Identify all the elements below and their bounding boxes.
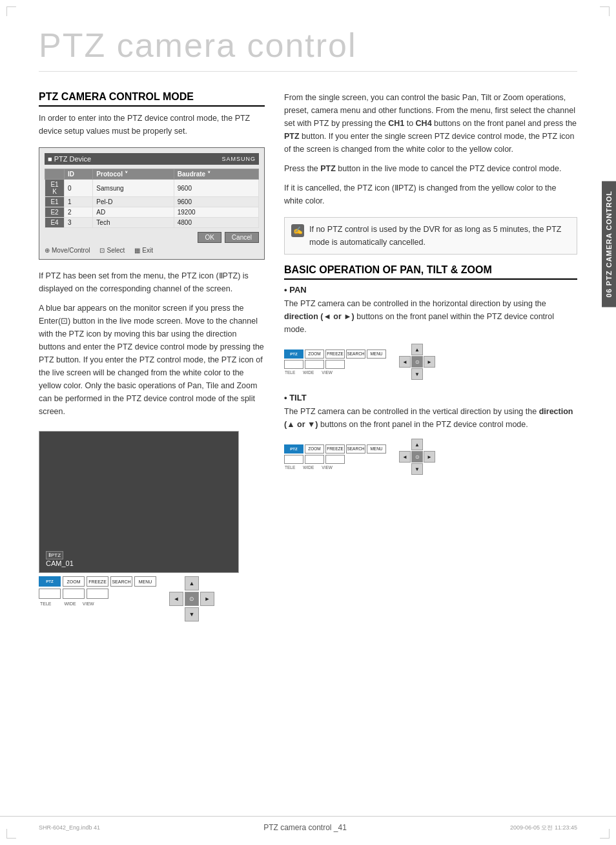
right-intro-para2: Press the PTZ button in the live mode to… — [284, 162, 577, 175]
control-panel: PTZ ZOOM FREEZE SEARCH MENU TELE WIDE — [39, 576, 265, 621]
left-para2: If PTZ has been set from the menu, the P… — [39, 269, 265, 295]
tilt-search-btn[interactable]: SEARCH — [346, 444, 365, 454]
pan-dir-center[interactable]: ⊙ — [411, 356, 423, 368]
dir-up-button[interactable]: ▲ — [185, 576, 199, 590]
wide-button[interactable] — [63, 589, 85, 599]
row-label-2: E2 — [45, 207, 65, 218]
tilt-dir-center[interactable]: ⊙ — [411, 451, 423, 463]
col-header-id: ID — [65, 169, 93, 180]
pan-description: The PTZ camera can be controlled in the … — [284, 297, 577, 336]
ptz-button[interactable]: PTZ — [39, 576, 61, 587]
left-column: PTZ CAMERA CONTROL MODE In order to ente… — [39, 91, 265, 621]
content-wrapper: PTZ CAMERA CONTROL MODE In order to ente… — [39, 91, 577, 621]
view-label: VIEW — [83, 601, 94, 606]
footer-exit-label: Exit — [142, 247, 153, 254]
pan-dir-empty-bl — [399, 368, 411, 380]
ptz-device-table-container: ■ PTZ Device SAMSUNG ID Protocol ˅ Baudr… — [39, 147, 265, 260]
tilt-freeze-btn[interactable]: FREEZE — [325, 444, 345, 454]
wide-label: WIDE — [65, 601, 76, 606]
row-id-1: 1 — [65, 197, 93, 207]
tilt-label: TILT — [284, 393, 577, 402]
tilt-menu-btn[interactable]: MENU — [367, 444, 386, 454]
dir-empty-tl — [169, 576, 183, 590]
pan-freeze-btn[interactable]: FREEZE — [325, 349, 345, 359]
pan-zoom-btn[interactable]: ZOOM — [305, 349, 324, 359]
pan-section: PAN The PTZ camera can be controlled in … — [284, 285, 577, 380]
pan-tele-btn[interactable] — [284, 360, 303, 369]
table-row: E2 2 AD 19200 — [45, 207, 259, 218]
col-header-baudrate: Baudrate ˅ — [174, 169, 258, 180]
right-intro-para1: From the single screen, you can control … — [284, 91, 577, 156]
tilt-view-btn[interactable] — [325, 455, 345, 464]
menu-icon: ▦ — [134, 247, 140, 254]
row-baudrate-3: 4800 — [174, 218, 258, 228]
page-container: 06 PTZ CAMERA CONTROL PTZ camera control… — [0, 0, 616, 845]
right-column: From the single screen, you can control … — [284, 91, 577, 621]
tilt-control-diagram: PTZ ZOOM FREEZE SEARCH MENU TELE — [284, 439, 577, 475]
footer-move-label: Move/Control — [52, 247, 90, 254]
row-label-3: E4 — [45, 218, 65, 228]
footer-select-label: Select — [107, 247, 125, 254]
row-baudrate-2: 19200 — [174, 207, 258, 218]
tilt-dir-down[interactable]: ▼ — [411, 463, 423, 475]
page-footer: SHR-6042_Eng.indb 41 PTZ camera control … — [0, 816, 616, 832]
pan-view-btn[interactable] — [325, 360, 345, 369]
dir-empty-tr — [200, 576, 214, 590]
dir-empty-br — [200, 607, 214, 621]
pan-dir-empty-br — [424, 368, 435, 380]
corner-mark-tl — [6, 6, 16, 16]
tilt-ptz-btn[interactable]: PTZ — [284, 444, 303, 454]
samsung-logo: SAMSUNG — [221, 156, 256, 162]
pan-dir-left[interactable]: ◄ — [399, 356, 411, 368]
dir-down-button[interactable]: ▼ — [185, 607, 199, 621]
dir-right-button[interactable]: ► — [200, 592, 214, 606]
btn-labels: TELE WIDE VIEW — [39, 601, 156, 606]
footer-move: ⊕ Move/Control — [45, 247, 90, 254]
left-para1: In order to enter into the PTZ device co… — [39, 112, 265, 138]
btn-row-top: PTZ ZOOM FREEZE SEARCH MENU — [39, 576, 156, 587]
tilt-tele-btn[interactable] — [284, 455, 303, 464]
pan-wide-btn[interactable] — [305, 360, 324, 369]
dir-empty-bl — [169, 607, 183, 621]
view-button[interactable] — [87, 589, 108, 599]
tilt-dir-empty-tr — [424, 439, 435, 450]
tilt-wide-btn[interactable] — [305, 455, 324, 464]
pan-dir-empty-tl — [399, 344, 411, 355]
pan-dir-empty-tr — [424, 344, 435, 355]
pan-search-btn[interactable]: SEARCH — [346, 349, 365, 359]
ok-button[interactable]: OK — [198, 232, 221, 243]
dir-left-button[interactable]: ◄ — [169, 592, 183, 606]
pan-dir-right[interactable]: ► — [424, 356, 435, 368]
pan-dir-down[interactable]: ▼ — [411, 368, 423, 380]
tele-button[interactable] — [39, 589, 61, 599]
right-intro-para3: If it is cancelled, the PTZ icon (ⅡPTZ) … — [284, 182, 577, 207]
pan-ptz-btn[interactable]: PTZ — [284, 349, 303, 359]
tilt-dir-left[interactable]: ◄ — [399, 451, 411, 463]
table-row: E4 3 Tech 4800 — [45, 218, 259, 228]
cancel-button[interactable]: Cancel — [225, 232, 259, 243]
menu-button[interactable]: MENU — [134, 576, 156, 587]
row-id-3: 3 — [65, 218, 93, 228]
freeze-button[interactable]: FREEZE — [87, 576, 108, 587]
footer-left: SHR-6042_Eng.indb 41 — [39, 824, 100, 831]
zoom-button[interactable]: ZOOM — [63, 576, 85, 587]
tilt-description: The PTZ camera can be controlled in the … — [284, 405, 577, 431]
col-header-empty — [45, 169, 65, 180]
tilt-dir-right[interactable]: ► — [424, 451, 435, 463]
tilt-dir-up[interactable]: ▲ — [411, 439, 423, 450]
ptz-icon-badge: ⅡPTZ — [46, 551, 63, 559]
camera-view-label: CAM_01 — [46, 559, 74, 567]
search-button[interactable]: SEARCH — [110, 576, 132, 587]
footer-center: PTZ camera control _41 — [263, 823, 347, 832]
pan-menu-btn[interactable]: MENU — [367, 349, 386, 359]
pan-dir-up[interactable]: ▲ — [411, 344, 423, 355]
tilt-btn-labels: TELE WIDE VIEW — [284, 465, 386, 470]
tilt-zoom-btn[interactable]: ZOOM — [305, 444, 324, 454]
left-para3: A blue bar appears on the monitor screen… — [39, 302, 265, 418]
dir-center-button[interactable]: ⊙ — [185, 592, 199, 606]
move-icon: ⊕ — [45, 247, 50, 254]
left-section-heading: PTZ CAMERA CONTROL MODE — [39, 91, 265, 107]
pan-btn-labels: TELE WIDE VIEW — [284, 370, 386, 375]
row-protocol-2: AD — [93, 207, 174, 218]
row-label-1: E1 — [45, 197, 65, 207]
